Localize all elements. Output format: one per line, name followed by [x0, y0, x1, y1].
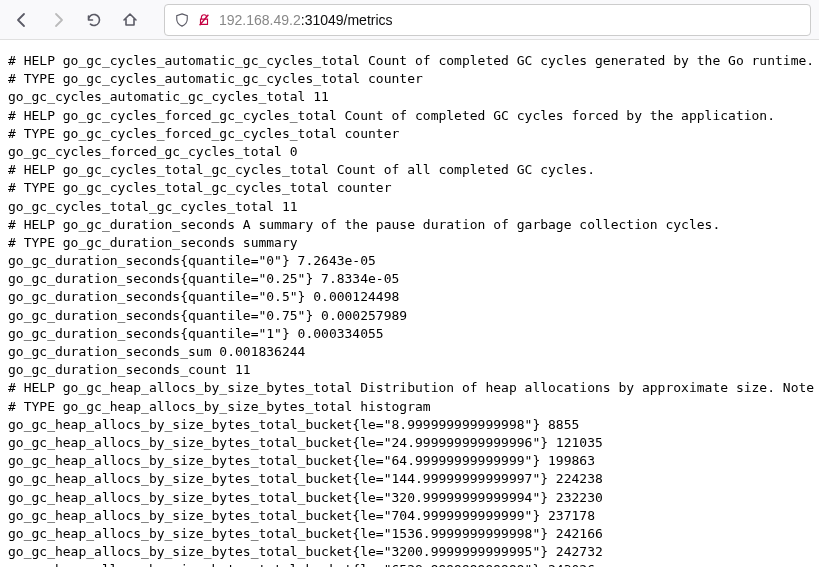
reload-icon — [86, 12, 102, 28]
back-button[interactable] — [8, 6, 36, 34]
url-bar[interactable]: 192.168.49.2:31049/metrics — [164, 4, 811, 36]
metrics-content: # HELP go_gc_cycles_automatic_gc_cycles_… — [0, 40, 819, 567]
forward-button[interactable] — [44, 6, 72, 34]
home-button[interactable] — [116, 6, 144, 34]
browser-toolbar: 192.168.49.2:31049/metrics — [0, 0, 819, 40]
back-icon — [14, 12, 30, 28]
shield-icon — [175, 13, 189, 27]
home-icon — [122, 12, 138, 28]
forward-icon — [50, 12, 66, 28]
url-text: 192.168.49.2:31049/metrics — [219, 12, 393, 28]
reload-button[interactable] — [80, 6, 108, 34]
insecure-lock-icon — [197, 13, 211, 27]
